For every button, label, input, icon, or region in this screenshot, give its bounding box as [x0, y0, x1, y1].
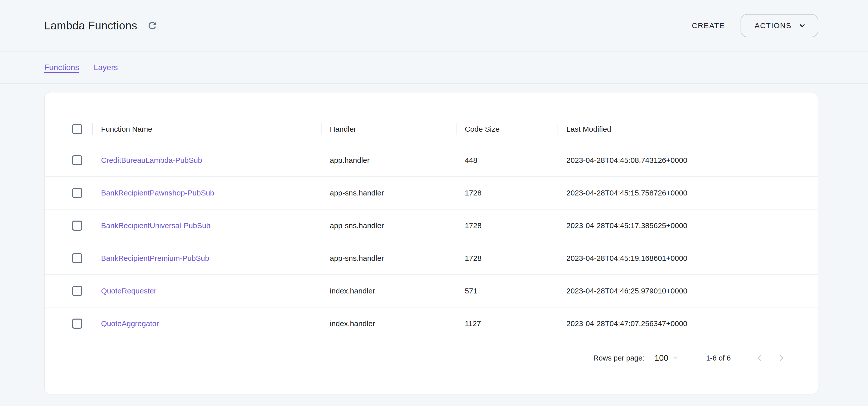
create-button[interactable]: CREATE [692, 21, 725, 30]
refresh-icon [147, 20, 158, 31]
table-row: QuoteRequester index.handler 571 2023-04… [45, 275, 818, 307]
row-checkbox[interactable] [72, 286, 82, 296]
page-title: Lambda Functions [44, 19, 137, 32]
last-modified-cell: 2023-04-28T04:46:25.979010+0000 [558, 275, 799, 307]
rows-per-page-label: Rows per page: [593, 354, 644, 362]
row-checkbox[interactable] [72, 318, 82, 329]
table-row: QuoteAggregator index.handler 1127 2023-… [45, 307, 818, 340]
tab-bar: Functions Layers [0, 52, 868, 84]
handler-cell: app-sns.handler [321, 177, 456, 209]
function-name-link[interactable]: QuoteAggregator [101, 319, 159, 328]
rows-per-page-value: 100 [655, 353, 669, 363]
chevron-down-icon [798, 22, 806, 30]
handler-cell: app-sns.handler [321, 209, 456, 242]
last-modified-cell: 2023-04-28T04:45:15.758726+0000 [558, 177, 799, 209]
row-checkbox[interactable] [72, 188, 82, 198]
function-name-link[interactable]: BankRecipientUniversal-PubSub [101, 221, 210, 230]
last-modified-cell: 2023-04-28T04:45:19.168601+0000 [558, 242, 799, 274]
row-checkbox[interactable] [72, 221, 82, 231]
code-size-cell: 1728 [456, 177, 558, 209]
next-page-button[interactable] [771, 347, 793, 369]
previous-page-button[interactable] [748, 347, 771, 369]
tab-layers[interactable]: Layers [94, 63, 118, 72]
refresh-button[interactable] [145, 19, 159, 33]
actions-button[interactable]: ACTIONS [741, 14, 818, 37]
code-size-cell: 571 [456, 275, 558, 307]
table-pagination: Rows per page: 100 1-6 of 6 [45, 342, 818, 374]
functions-table-card: Function Name Handler Code Size Last Mod… [44, 92, 818, 395]
handler-cell: app-sns.handler [321, 242, 456, 274]
chevron-left-icon [753, 352, 766, 364]
column-separator [456, 123, 457, 135]
table-row: BankRecipientUniversal-PubSub app-sns.ha… [45, 209, 818, 242]
column-separator [321, 123, 321, 135]
column-header-last-modified: Last Modified [558, 114, 799, 144]
rows-per-page-select[interactable]: 100 [655, 352, 681, 364]
column-header-trailing [799, 114, 818, 144]
actions-button-label: ACTIONS [755, 21, 792, 30]
row-checkbox[interactable] [72, 155, 82, 165]
column-header-code-size: Code Size [456, 114, 558, 144]
table-row: BankRecipientPremium-PubSub app-sns.hand… [45, 242, 818, 275]
header-checkbox-cell [45, 114, 92, 144]
handler-cell: index.handler [321, 275, 456, 307]
column-header-handler: Handler [321, 114, 456, 144]
dropdown-arrow-icon [670, 352, 681, 364]
code-size-cell: 448 [456, 144, 558, 176]
select-all-checkbox[interactable] [72, 124, 82, 134]
row-checkbox[interactable] [72, 253, 82, 263]
column-header-function-name: Function Name [92, 114, 321, 144]
chevron-right-icon [775, 352, 787, 364]
function-name-link[interactable]: CreditBureauLambda-PubSub [101, 156, 202, 165]
function-name-link[interactable]: QuoteRequester [101, 287, 156, 295]
column-separator [799, 123, 799, 135]
tab-functions[interactable]: Functions [44, 63, 79, 72]
code-size-cell: 1728 [456, 242, 558, 274]
table-header-row: Function Name Handler Code Size Last Mod… [45, 114, 818, 144]
table-row: BankRecipientPawnshop-PubSub app-sns.han… [45, 177, 818, 209]
handler-cell: index.handler [321, 307, 456, 340]
function-name-link[interactable]: BankRecipientPremium-PubSub [101, 254, 209, 263]
code-size-cell: 1728 [456, 209, 558, 242]
handler-cell: app.handler [321, 144, 456, 176]
pagination-range-label: 1-6 of 6 [706, 354, 731, 362]
table-row: CreditBureauLambda-PubSub app.handler 44… [45, 144, 818, 177]
code-size-cell: 1127 [456, 307, 558, 340]
last-modified-cell: 2023-04-28T04:47:07.256347+0000 [558, 307, 799, 340]
title-bar: Lambda Functions CREATE ACTIONS [0, 0, 868, 52]
function-name-link[interactable]: BankRecipientPawnshop-PubSub [101, 189, 214, 197]
column-separator [558, 123, 558, 135]
last-modified-cell: 2023-04-28T04:45:08.743126+0000 [558, 144, 799, 176]
last-modified-cell: 2023-04-28T04:45:17.385625+0000 [558, 209, 799, 242]
column-separator [92, 123, 93, 135]
